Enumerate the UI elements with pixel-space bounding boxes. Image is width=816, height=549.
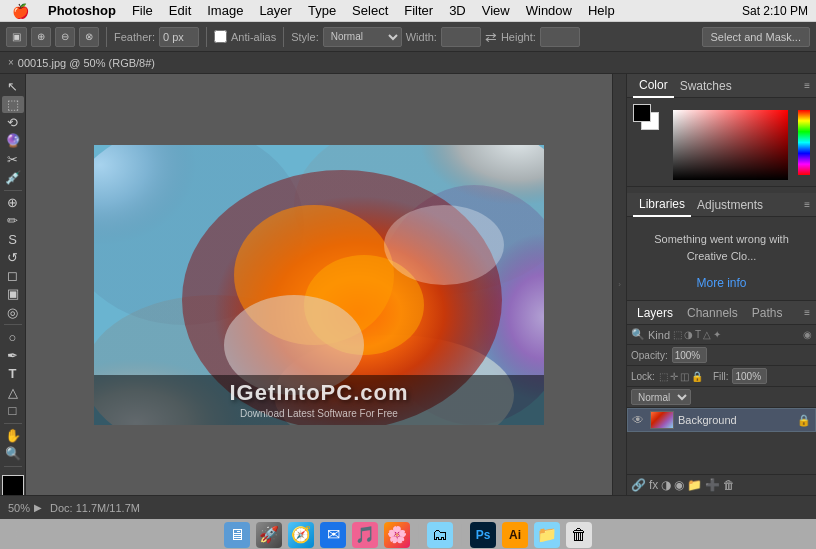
dock-trash[interactable]: 🗑 xyxy=(566,522,592,548)
dock-ai[interactable]: Ai xyxy=(502,522,528,548)
opacity-input[interactable] xyxy=(672,347,707,363)
delete-layer-icon[interactable]: 🗑 xyxy=(723,478,735,492)
tool-mode-add[interactable]: ⊕ xyxy=(31,27,51,47)
tab-paths[interactable]: Paths xyxy=(748,306,787,320)
adjustment-icon[interactable]: ◉ xyxy=(674,478,684,492)
layer-row-background[interactable]: 👁 Background 🔒 xyxy=(627,408,816,432)
dock-safari[interactable]: 🧭 xyxy=(288,522,314,548)
filter-pixel-icon[interactable]: ⬚ xyxy=(673,329,682,340)
filter-toggle-icon[interactable]: ◉ xyxy=(803,329,812,340)
quick-select-tool[interactable]: 🔮 xyxy=(2,133,24,149)
filter-type-icon[interactable]: T xyxy=(695,329,701,340)
new-layer-icon[interactable]: ➕ xyxy=(705,478,720,492)
dodge-tool[interactable]: ○ xyxy=(2,329,24,345)
type-tool[interactable]: T xyxy=(2,366,24,382)
tool-mode-rect[interactable]: ▣ xyxy=(6,27,27,47)
filter-adjust-icon[interactable]: ◑ xyxy=(684,329,693,340)
color-hue-slider[interactable] xyxy=(798,110,810,175)
menu-help[interactable]: Help xyxy=(580,0,623,22)
menu-window[interactable]: Window xyxy=(518,0,580,22)
feather-input[interactable] xyxy=(159,27,199,47)
select-and-mask-button[interactable]: Select and Mask... xyxy=(702,27,811,47)
lock-position-icon[interactable]: ✛ xyxy=(670,371,678,382)
mask-icon[interactable]: ◑ xyxy=(661,478,671,492)
tab-layers[interactable]: Layers xyxy=(633,306,677,320)
color-gradient-picker[interactable] xyxy=(673,110,788,180)
blur-tool[interactable]: ◎ xyxy=(2,304,24,320)
dock-folder[interactable]: 📁 xyxy=(534,522,560,548)
color-fg-bg[interactable] xyxy=(633,104,663,134)
layer-visibility-icon[interactable]: 👁 xyxy=(632,413,646,427)
menu-right: Sat 2:10 PM xyxy=(742,4,816,18)
blend-mode-select[interactable]: Normal Multiply Screen xyxy=(631,389,691,405)
group-icon[interactable]: 📁 xyxy=(687,478,702,492)
tool-mode-intersect[interactable]: ⊗ xyxy=(79,27,99,47)
menu-filter[interactable]: Filter xyxy=(396,0,441,22)
fx-icon[interactable]: fx xyxy=(649,478,658,492)
height-input[interactable] xyxy=(540,27,580,47)
gradient-tool[interactable]: ▣ xyxy=(2,286,24,302)
layers-panel-menu[interactable]: ≡ xyxy=(804,307,810,318)
hand-tool[interactable]: ✋ xyxy=(2,427,24,443)
brush-tool[interactable]: ✏ xyxy=(2,213,24,229)
filter-shape-icon[interactable]: △ xyxy=(703,329,711,340)
tab-adjustments[interactable]: Adjustments xyxy=(691,193,769,217)
libraries-more-info-link[interactable]: More info xyxy=(633,272,810,294)
libraries-panel-menu[interactable]: ≡ xyxy=(804,199,810,210)
anti-alias-checkbox[interactable] xyxy=(214,30,227,43)
tab-label[interactable]: 00015.jpg @ 50% (RGB/8#) xyxy=(18,57,155,69)
width-input[interactable] xyxy=(441,27,481,47)
menu-photoshop[interactable]: Photoshop xyxy=(40,0,124,22)
style-select[interactable]: Normal Fixed Ratio Fixed Size xyxy=(323,27,402,47)
menu-3d[interactable]: 3D xyxy=(441,0,474,22)
layer-name[interactable]: Background xyxy=(678,414,793,426)
move-tool[interactable]: ↖ xyxy=(2,78,24,94)
foreground-color[interactable] xyxy=(2,475,24,495)
panel-collapse-handle[interactable]: › xyxy=(612,74,626,495)
menu-image[interactable]: Image xyxy=(199,0,251,22)
dock-photos[interactable]: 🌸 xyxy=(384,522,410,548)
tab-libraries[interactable]: Libraries xyxy=(633,193,691,217)
zoom-tool[interactable]: 🔍 xyxy=(2,446,24,462)
history-tool[interactable]: ↺ xyxy=(2,249,24,265)
menu-type[interactable]: Type xyxy=(300,0,344,22)
dock-mail[interactable]: ✉ xyxy=(320,522,346,548)
shape-tool[interactable]: □ xyxy=(2,402,24,418)
tab-color[interactable]: Color xyxy=(633,74,674,98)
dock-music[interactable]: 🎵 xyxy=(352,522,378,548)
filter-smart-icon[interactable]: ✦ xyxy=(713,329,721,340)
lock-artboards-icon[interactable]: ◫ xyxy=(680,371,689,382)
pen-tool[interactable]: ✒ xyxy=(2,347,24,363)
marquee-tool[interactable]: ⬚ xyxy=(2,96,24,112)
menu-select[interactable]: Select xyxy=(344,0,396,22)
dock-finder2[interactable]: 🗂 xyxy=(427,522,453,548)
fill-input[interactable] xyxy=(732,368,767,384)
menu-edit[interactable]: Edit xyxy=(161,0,199,22)
tab-swatches[interactable]: Swatches xyxy=(674,74,738,98)
apple-menu[interactable]: 🍎 xyxy=(0,3,40,19)
canvas-area[interactable]: IGetIntoPC.com Download Latest Software … xyxy=(26,74,612,495)
menu-file[interactable]: File xyxy=(124,0,161,22)
dock-finder[interactable]: 🖥 xyxy=(224,522,250,548)
path-tool[interactable]: △ xyxy=(2,384,24,400)
status-arrow[interactable]: ▶ xyxy=(34,502,42,513)
link-layers-icon[interactable]: 🔗 xyxy=(631,478,646,492)
crop-tool[interactable]: ✂ xyxy=(2,151,24,167)
tab-channels[interactable]: Channels xyxy=(683,306,742,320)
stamp-tool[interactable]: S xyxy=(2,231,24,247)
lock-pixels-icon[interactable]: ⬚ xyxy=(659,371,668,382)
eraser-tool[interactable]: ◻ xyxy=(2,268,24,284)
menu-layer[interactable]: Layer xyxy=(251,0,300,22)
tool-mode-sub[interactable]: ⊖ xyxy=(55,27,75,47)
tab-close[interactable]: × xyxy=(8,57,14,68)
menu-view[interactable]: View xyxy=(474,0,518,22)
color-panel-menu[interactable]: ≡ xyxy=(804,80,810,91)
anti-alias-label: Anti-alias xyxy=(231,31,276,43)
dock-launchpad[interactable]: 🚀 xyxy=(256,522,282,548)
lock-all-icon[interactable]: 🔒 xyxy=(691,371,703,382)
healing-tool[interactable]: ⊕ xyxy=(2,194,24,210)
dock-ps[interactable]: Ps xyxy=(470,522,496,548)
eyedropper-tool[interactable]: 💉 xyxy=(2,169,24,185)
lasso-tool[interactable]: ⟲ xyxy=(2,115,24,131)
fg-bg-colors[interactable] xyxy=(2,475,24,491)
